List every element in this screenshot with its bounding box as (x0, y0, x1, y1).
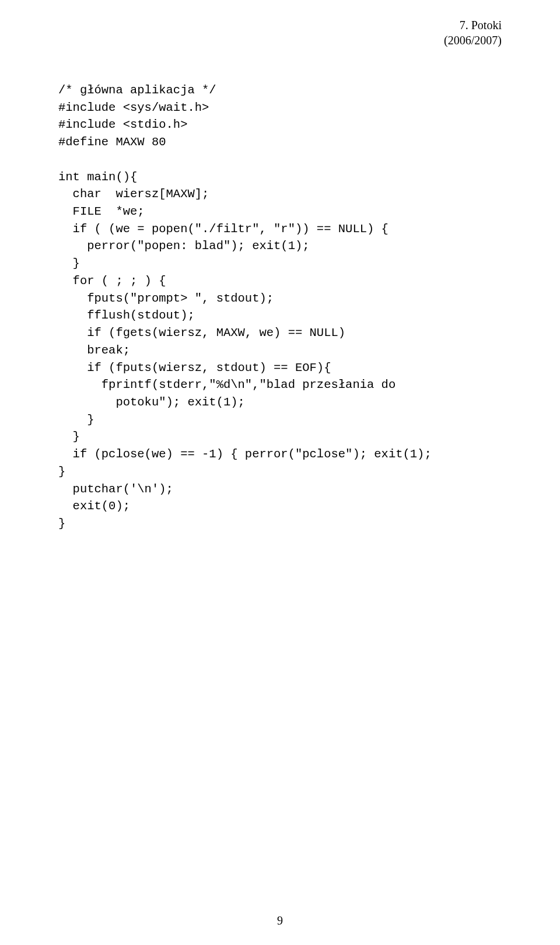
header-title: 7. Potoki (444, 18, 502, 33)
page: 7. Potoki (2006/2007) /* główna aplikacj… (0, 0, 560, 945)
header-year: (2006/2007) (444, 33, 502, 48)
code-listing: /* główna aplikacja */ #include <sys/wai… (58, 82, 502, 533)
page-header: 7. Potoki (2006/2007) (444, 18, 502, 48)
page-number: 9 (0, 914, 560, 928)
